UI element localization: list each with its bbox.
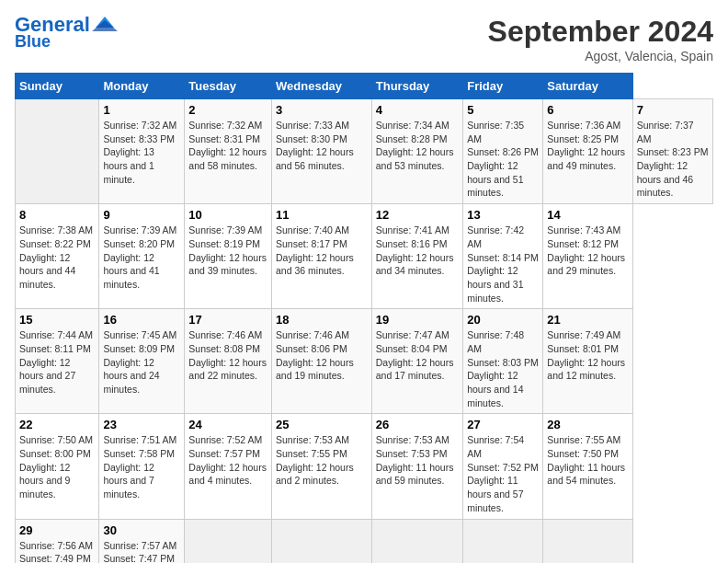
day-number: 25	[276, 418, 368, 431]
day-cell-18: 18 Sunrise: 7:46 AMSunset: 8:06 PMDaylig…	[272, 309, 372, 414]
day-number: 1	[103, 103, 180, 117]
day-cell-9: 9 Sunrise: 7:39 AMSunset: 8:20 PMDayligh…	[99, 204, 185, 309]
day-number: 26	[376, 418, 459, 431]
empty-day-cell	[371, 519, 462, 563]
day-cell-22: 22 Sunrise: 7:50 AMSunset: 8:00 PMDaylig…	[16, 414, 99, 519]
empty-day-cell	[463, 519, 543, 563]
day-content: Sunrise: 7:45 AMSunset: 8:09 PMDaylight:…	[103, 329, 176, 395]
day-cell-17: 17 Sunrise: 7:46 AMSunset: 8:08 PMDaylig…	[185, 309, 272, 414]
weekday-header-sunday: Sunday	[16, 74, 99, 99]
day-content: Sunrise: 7:39 AMSunset: 8:19 PMDaylight:…	[188, 224, 267, 276]
day-cell-5: 5 Sunrise: 7:35 AMSunset: 8:26 PMDayligh…	[463, 99, 543, 204]
day-number: 18	[276, 313, 368, 327]
day-cell-26: 26 Sunrise: 7:53 AMSunset: 7:53 PMDaylig…	[371, 414, 462, 519]
empty-day-cell	[543, 519, 632, 563]
day-number: 8	[19, 208, 95, 222]
empty-day-cell	[16, 99, 99, 204]
day-number: 9	[103, 208, 180, 222]
day-content: Sunrise: 7:57 AMSunset: 7:47 PMDaylight:…	[103, 540, 176, 564]
day-cell-8: 8 Sunrise: 7:38 AMSunset: 8:22 PMDayligh…	[16, 204, 99, 309]
day-content: Sunrise: 7:51 AMSunset: 7:58 PMDaylight:…	[103, 434, 176, 500]
weekday-header-friday: Friday	[463, 74, 543, 99]
weekday-header-saturday: Saturday	[543, 74, 632, 99]
calendar-table: SundayMondayTuesdayWednesdayThursdayFrid…	[15, 73, 713, 563]
calendar-week-row: 8 Sunrise: 7:38 AMSunset: 8:22 PMDayligh…	[16, 204, 713, 309]
day-content: Sunrise: 7:48 AMSunset: 8:03 PMDaylight:…	[467, 329, 539, 408]
day-number: 24	[188, 418, 267, 431]
calendar-week-row: 1 Sunrise: 7:32 AMSunset: 8:33 PMDayligh…	[16, 99, 713, 204]
calendar-week-row: 29 Sunrise: 7:56 AMSunset: 7:49 PMDaylig…	[16, 519, 713, 563]
day-number: 6	[547, 103, 628, 117]
day-number: 20	[467, 313, 539, 327]
day-number: 16	[103, 313, 180, 327]
day-content: Sunrise: 7:53 AMSunset: 7:55 PMDaylight:…	[276, 434, 354, 486]
calendar-title: September 2024	[488, 15, 713, 49]
day-number: 13	[467, 208, 539, 222]
day-number: 4	[376, 103, 459, 117]
day-content: Sunrise: 7:36 AMSunset: 8:25 PMDaylight:…	[547, 120, 625, 171]
day-cell-14: 14 Sunrise: 7:43 AMSunset: 8:12 PMDaylig…	[543, 204, 632, 309]
day-content: Sunrise: 7:32 AMSunset: 8:33 PMDaylight:…	[103, 120, 176, 185]
day-cell-24: 24 Sunrise: 7:52 AMSunset: 7:57 PMDaylig…	[185, 414, 272, 519]
day-number: 2	[188, 103, 267, 117]
day-content: Sunrise: 7:55 AMSunset: 7:50 PMDaylight:…	[547, 434, 625, 486]
weekday-header-monday: Monday	[99, 74, 185, 99]
day-cell-27: 27 Sunrise: 7:54 AMSunset: 7:52 PMDaylig…	[463, 414, 543, 519]
day-content: Sunrise: 7:49 AMSunset: 8:01 PMDaylight:…	[547, 329, 625, 381]
calendar-week-row: 22 Sunrise: 7:50 AMSunset: 8:00 PMDaylig…	[16, 414, 713, 519]
day-content: Sunrise: 7:37 AMSunset: 8:23 PMDaylight:…	[637, 120, 709, 198]
day-cell-4: 4 Sunrise: 7:34 AMSunset: 8:28 PMDayligh…	[371, 99, 462, 204]
day-cell-7: 7 Sunrise: 7:37 AMSunset: 8:23 PMDayligh…	[632, 99, 712, 204]
logo: General Blue	[15, 15, 118, 50]
logo-blue-text: Blue	[15, 33, 51, 50]
day-content: Sunrise: 7:32 AMSunset: 8:31 PMDaylight:…	[188, 120, 267, 171]
day-cell-11: 11 Sunrise: 7:40 AMSunset: 8:17 PMDaylig…	[272, 204, 372, 309]
day-cell-16: 16 Sunrise: 7:45 AMSunset: 8:09 PMDaylig…	[99, 309, 185, 414]
day-number: 17	[188, 313, 267, 327]
day-cell-10: 10 Sunrise: 7:39 AMSunset: 8:19 PMDaylig…	[185, 204, 272, 309]
day-cell-21: 21 Sunrise: 7:49 AMSunset: 8:01 PMDaylig…	[543, 309, 632, 414]
day-cell-6: 6 Sunrise: 7:36 AMSunset: 8:25 PMDayligh…	[543, 99, 632, 204]
day-number: 14	[547, 208, 628, 222]
day-number: 21	[547, 313, 628, 327]
day-content: Sunrise: 7:43 AMSunset: 8:12 PMDaylight:…	[547, 224, 625, 276]
svg-marker-1	[92, 20, 118, 31]
day-cell-3: 3 Sunrise: 7:33 AMSunset: 8:30 PMDayligh…	[272, 99, 372, 204]
day-content: Sunrise: 7:46 AMSunset: 8:08 PMDaylight:…	[188, 329, 267, 381]
day-content: Sunrise: 7:53 AMSunset: 7:53 PMDaylight:…	[376, 434, 454, 486]
day-cell-19: 19 Sunrise: 7:47 AMSunset: 8:04 PMDaylig…	[371, 309, 462, 414]
day-number: 29	[19, 523, 95, 537]
calendar-subtitle: Agost, Valencia, Spain	[488, 49, 713, 63]
day-number: 7	[637, 103, 709, 117]
day-content: Sunrise: 7:38 AMSunset: 8:22 PMDaylight:…	[19, 224, 93, 290]
day-number: 30	[103, 523, 180, 537]
day-cell-29: 29 Sunrise: 7:56 AMSunset: 7:49 PMDaylig…	[16, 519, 99, 563]
day-number: 12	[376, 208, 459, 222]
day-content: Sunrise: 7:41 AMSunset: 8:16 PMDaylight:…	[376, 224, 454, 276]
day-content: Sunrise: 7:52 AMSunset: 7:57 PMDaylight:…	[188, 434, 267, 486]
day-cell-25: 25 Sunrise: 7:53 AMSunset: 7:55 PMDaylig…	[272, 414, 372, 519]
day-number: 19	[376, 313, 459, 327]
day-cell-1: 1 Sunrise: 7:32 AMSunset: 8:33 PMDayligh…	[99, 99, 185, 204]
logo-arrow-icon	[92, 15, 118, 31]
day-number: 3	[276, 103, 368, 117]
day-cell-28: 28 Sunrise: 7:55 AMSunset: 7:50 PMDaylig…	[543, 414, 632, 519]
day-number: 11	[276, 208, 368, 222]
weekday-header-wednesday: Wednesday	[272, 74, 372, 99]
day-content: Sunrise: 7:35 AMSunset: 8:26 PMDaylight:…	[467, 120, 539, 198]
day-content: Sunrise: 7:34 AMSunset: 8:28 PMDaylight:…	[376, 120, 454, 171]
empty-day-cell	[272, 519, 372, 563]
day-content: Sunrise: 7:56 AMSunset: 7:49 PMDaylight:…	[19, 540, 93, 564]
day-content: Sunrise: 7:46 AMSunset: 8:06 PMDaylight:…	[276, 329, 354, 381]
day-content: Sunrise: 7:40 AMSunset: 8:17 PMDaylight:…	[276, 224, 354, 276]
title-area: September 2024 Agost, Valencia, Spain	[488, 15, 713, 63]
day-cell-2: 2 Sunrise: 7:32 AMSunset: 8:31 PMDayligh…	[185, 99, 272, 204]
weekday-header-tuesday: Tuesday	[185, 74, 272, 99]
day-number: 22	[19, 418, 95, 431]
day-cell-30: 30 Sunrise: 7:57 AMSunset: 7:47 PMDaylig…	[99, 519, 185, 563]
day-cell-12: 12 Sunrise: 7:41 AMSunset: 8:16 PMDaylig…	[371, 204, 462, 309]
day-content: Sunrise: 7:33 AMSunset: 8:30 PMDaylight:…	[276, 120, 354, 171]
weekday-header-thursday: Thursday	[371, 74, 462, 99]
day-cell-15: 15 Sunrise: 7:44 AMSunset: 8:11 PMDaylig…	[16, 309, 99, 414]
day-content: Sunrise: 7:42 AMSunset: 8:14 PMDaylight:…	[467, 224, 539, 303]
